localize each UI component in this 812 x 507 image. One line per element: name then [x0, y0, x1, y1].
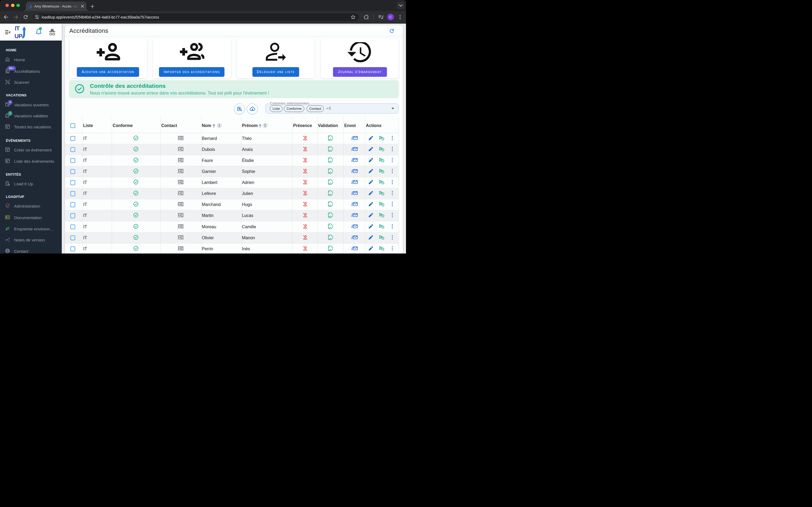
svg-text:IT: IT [15, 25, 20, 32]
svg-text:UP: UP [27, 6, 31, 8]
svg-text:UP: UP [14, 33, 22, 39]
